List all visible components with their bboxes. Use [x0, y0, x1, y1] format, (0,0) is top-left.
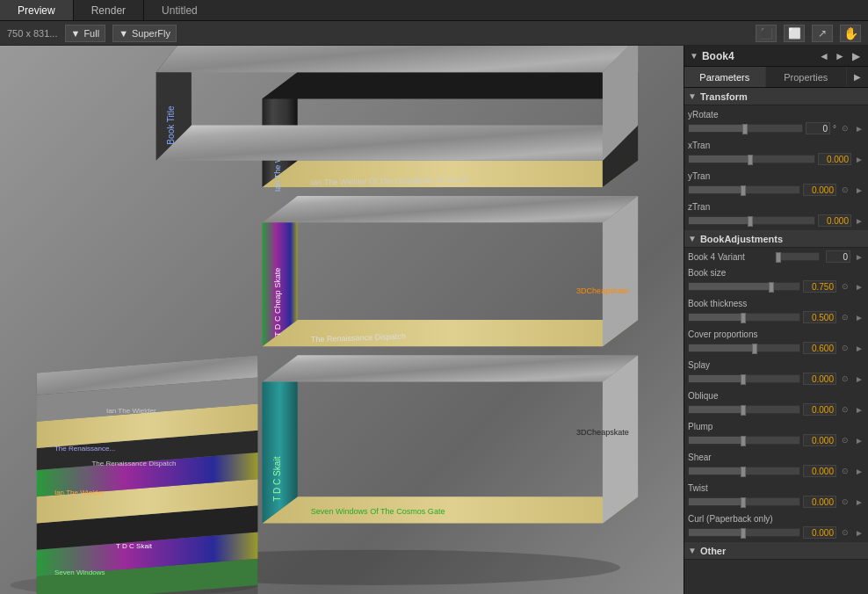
yrotate-label-row: yRotate: [684, 105, 868, 121]
panel-nav-right[interactable]: ►: [833, 49, 847, 63]
panel-title-area: ▼ Book4: [690, 50, 734, 62]
bookthickness-link-icon[interactable]: ⊙: [839, 312, 851, 322]
panel-nav-buttons: ◄ ► ▶: [817, 49, 863, 63]
ztran-arrow-icon[interactable]: ►: [854, 215, 864, 226]
curl-link-icon[interactable]: ⊙: [839, 527, 851, 538]
xtran-arrow-icon[interactable]: ►: [854, 154, 864, 164]
splay-link-icon[interactable]: ⊙: [839, 373, 851, 384]
ytran-arrow-icon[interactable]: ►: [854, 185, 864, 195]
window-title: Untitled: [144, 0, 215, 20]
plump-slider[interactable]: [688, 436, 800, 445]
book4variant-arrow[interactable]: ►: [854, 251, 864, 262]
bookthickness-slider[interactable]: [688, 313, 800, 322]
svg-text:T D C Skait: T D C Skait: [116, 542, 153, 550]
splay-label-row: Splay: [684, 356, 868, 372]
booksize-arrow[interactable]: ►: [854, 281, 864, 292]
yrotate-link-icon[interactable]: ⊙: [839, 123, 851, 134]
twist-arrow[interactable]: ►: [854, 496, 864, 507]
panel-tabs: Parameters Properties ▶: [684, 67, 868, 88]
oblique-link-icon[interactable]: ⊙: [839, 404, 851, 415]
render-mode-arrow: ▼: [71, 28, 81, 39]
hand-icon-btn[interactable]: ✋: [840, 25, 861, 42]
section-transform-header[interactable]: ▼ Transform: [684, 88, 868, 105]
ytran-slider[interactable]: [688, 185, 800, 194]
panel-nav-left[interactable]: ◄: [817, 49, 831, 63]
twist-link-icon[interactable]: ⊙: [839, 496, 851, 507]
xtran-label-row: xTran: [684, 136, 868, 152]
curl-slider-row: 0.000 ⊙ ►: [684, 525, 868, 540]
yrotate-slider-row: 0 ° ⊙ ►: [684, 121, 868, 136]
svg-text:Seven Windows Of The Cosmos Ga: Seven Windows Of The Cosmos Gate: [311, 507, 445, 516]
booksize-link-icon[interactable]: ⊙: [839, 281, 851, 292]
plump-link-icon[interactable]: ⊙: [839, 435, 851, 446]
render-mode-dropdown[interactable]: ▼ Full: [65, 25, 106, 42]
shear-link-icon[interactable]: ⊙: [839, 466, 851, 476]
camera-icon-btn[interactable]: ⬛: [756, 25, 777, 42]
svg-text:3DCheapskate: 3DCheapskate: [576, 286, 629, 295]
top-bar: Preview Render Untitled: [0, 0, 868, 21]
section-other-header[interactable]: ▼ Other: [684, 542, 868, 560]
yrotate-arrow-icon[interactable]: ►: [854, 123, 864, 134]
section-bookadjustments-header[interactable]: ▼ BookAdjustments: [684, 230, 868, 248]
engine-arrow: ▼: [119, 28, 128, 39]
shear-slider-row: 0.000 ⊙ ►: [684, 464, 868, 479]
twist-label-row: Twist: [684, 479, 868, 495]
ytran-label: yTran: [688, 171, 771, 181]
splay-slider[interactable]: [688, 374, 800, 383]
yrotate-unit: °: [833, 124, 836, 134]
xtran-slider[interactable]: [688, 155, 815, 163]
panel-menu[interactable]: ▶: [849, 49, 863, 63]
splay-arrow[interactable]: ►: [854, 373, 864, 384]
booksize-label: Book size: [688, 268, 771, 278]
twist-slider-row: 0.000 ⊙ ►: [684, 495, 868, 510]
engine-dropdown[interactable]: ▼ SuperFly: [112, 25, 177, 42]
xtran-value: 0.000: [818, 153, 851, 165]
coverproportions-arrow[interactable]: ►: [854, 343, 864, 353]
oblique-slider[interactable]: [688, 405, 800, 414]
bookthickness-arrow[interactable]: ►: [854, 312, 864, 322]
other-title: Other: [700, 546, 726, 556]
tab-preview[interactable]: Preview: [0, 0, 74, 20]
oblique-label-row: Oblique: [684, 387, 868, 402]
curl-arrow[interactable]: ►: [854, 527, 864, 538]
curl-slider[interactable]: [688, 528, 800, 537]
plump-arrow[interactable]: ►: [854, 435, 864, 446]
svg-text:Ian The Wielder...: Ian The Wielder...: [106, 407, 162, 415]
panel-tab-more[interactable]: ▶: [847, 67, 868, 87]
twist-slider[interactable]: [688, 497, 800, 506]
svg-marker-11: [262, 196, 638, 222]
tab-render[interactable]: Render: [74, 0, 144, 20]
svg-marker-19: [156, 126, 639, 161]
other-collapse-icon: ▼: [688, 546, 697, 555]
tab-properties[interactable]: Properties: [766, 67, 848, 87]
camera2-icon-btn[interactable]: ⬜: [784, 25, 805, 42]
oblique-label: Oblique: [688, 391, 771, 401]
bookthickness-value: 0.500: [803, 311, 836, 323]
main-content: T D C Skait 3DCheapskate T D C Cheap Ska…: [0, 46, 868, 594]
ytran-label-row: yTran: [684, 167, 868, 183]
ztran-label-row: zTran: [684, 198, 868, 214]
svg-text:T D C Cheap Skate: T D C Cheap Skate: [273, 268, 282, 337]
booksize-slider-row: 0.750 ⊙ ►: [684, 279, 868, 294]
xtran-label: xTran: [688, 141, 771, 150]
shear-arrow[interactable]: ►: [854, 466, 864, 476]
book4variant-row: Book 4 Variant 0 ►: [684, 248, 868, 264]
booksize-slider[interactable]: [688, 282, 800, 291]
coverproportions-slider[interactable]: [688, 344, 800, 352]
viewport[interactable]: T D C Skait 3DCheapskate T D C Cheap Ska…: [0, 46, 684, 594]
coverproportions-slider-row: 0.600 ⊙ ►: [684, 341, 868, 356]
oblique-arrow[interactable]: ►: [854, 404, 864, 415]
ytran-link-icon[interactable]: ⊙: [839, 185, 851, 195]
splay-value: 0.000: [803, 373, 836, 385]
share-icon-btn[interactable]: ↗: [812, 25, 833, 42]
svg-marker-22: [156, 46, 639, 72]
ztran-slider[interactable]: [688, 216, 815, 225]
shear-slider[interactable]: [688, 467, 800, 475]
coverproportions-link-icon[interactable]: ⊙: [839, 343, 851, 353]
svg-text:Book Title: Book Title: [166, 105, 176, 145]
book4variant-slider[interactable]: [775, 252, 820, 261]
panel-collapse-icon[interactable]: ▼: [690, 51, 698, 61]
second-bar: 750 x 831... ▼ Full ▼ SuperFly ⬛ ⬜ ↗ ✋: [0, 21, 868, 46]
tab-parameters[interactable]: Parameters: [684, 67, 766, 87]
yrotate-slider[interactable]: [688, 124, 803, 133]
